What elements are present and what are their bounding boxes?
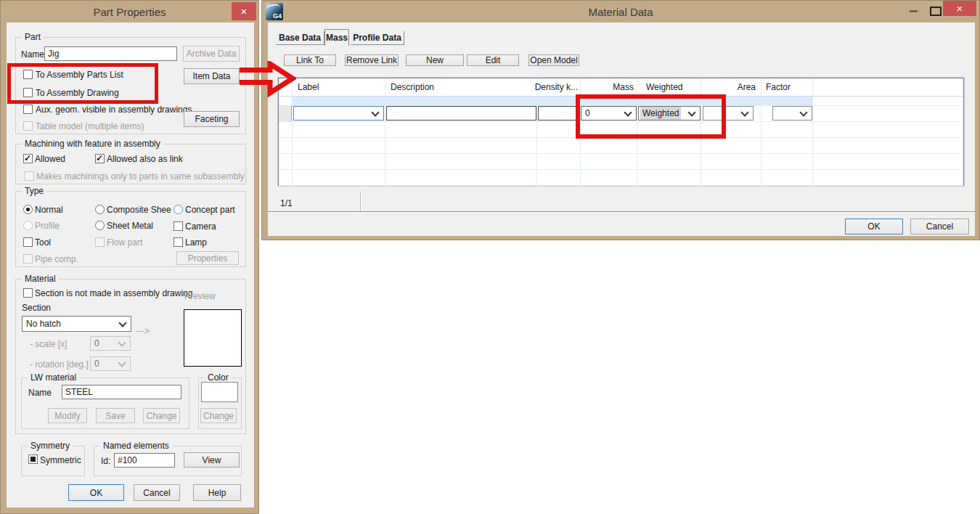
view-button[interactable]: View <box>184 452 240 468</box>
app-icon: G4 <box>266 3 283 20</box>
cancel-button[interactable]: Cancel <box>134 484 180 501</box>
edit-button[interactable]: Edit <box>467 54 519 66</box>
screen: Part Properties × Part Name Jig Archive … <box>0 0 980 514</box>
archive-data-button[interactable]: Archive Data <box>183 46 240 62</box>
section-hatch-value: No hatch <box>26 319 61 329</box>
column-header-description[interactable]: Description <box>385 78 536 96</box>
cancel-button[interactable]: Cancel <box>910 219 969 234</box>
close-button[interactable]: × <box>943 1 976 16</box>
status-separator-line <box>268 211 975 213</box>
open-model-button[interactable]: Open Model <box>528 54 579 66</box>
column-header-label[interactable]: Label <box>292 78 385 96</box>
lw-name-value: STEEL <box>65 387 93 397</box>
concept-part-label: Concept part <box>185 205 235 215</box>
column-header-area[interactable]: Area <box>701 78 761 96</box>
radio-sheet-metal[interactable] <box>95 221 105 230</box>
checkbox-symmetric[interactable] <box>28 454 38 464</box>
color-change-button[interactable]: Change <box>200 408 237 423</box>
checkbox-section-not-made[interactable] <box>23 288 33 298</box>
lw-change-button[interactable]: Change <box>143 408 180 423</box>
radio-composite-sheet[interactable] <box>95 205 105 214</box>
id-value: #100 <box>118 455 137 465</box>
column-header-mass[interactable]: Mass <box>580 78 637 96</box>
factor-combo[interactable] <box>772 106 812 121</box>
density-input[interactable] <box>538 106 579 121</box>
maximize-icon <box>930 7 942 16</box>
named-elements-group-label: Named elements <box>100 441 172 451</box>
pipe-comp-label: Pipe comp. <box>35 254 78 264</box>
type-group-label: Type <box>22 186 46 196</box>
material-data-titlebar[interactable]: Material Data <box>262 1 979 23</box>
checkbox-allowed[interactable] <box>23 154 33 163</box>
part-properties-titlebar[interactable]: Part Properties <box>1 1 258 23</box>
save-button[interactable]: Save <box>96 408 135 423</box>
table-model-label: Table model (multiple items) <box>36 121 144 131</box>
color-swatch[interactable] <box>201 382 238 402</box>
allowed-label: Allowed <box>35 154 65 164</box>
name-label: Name <box>21 49 44 60</box>
material-data-title: Material Data <box>588 6 653 18</box>
chevron-down-icon <box>799 108 807 116</box>
aux-geom-label: Aux. geom. visible in assembly drawings <box>36 105 192 115</box>
checkbox-lamp[interactable] <box>173 237 183 247</box>
column-header-density[interactable]: Density k... <box>536 78 580 96</box>
rotation-label: - rotation [deg.] <box>30 359 89 370</box>
chevron-down-icon <box>118 359 126 367</box>
part-name-value: Jig <box>48 49 59 59</box>
selected-row[interactable] <box>292 97 812 105</box>
radio-normal[interactable] <box>23 205 33 214</box>
label-combo[interactable] <box>293 106 384 121</box>
annotation-box-checkboxes <box>7 63 158 104</box>
part-name-input[interactable]: Jig <box>44 46 177 61</box>
column-header-factor[interactable]: Factor <box>761 78 812 96</box>
ok-button[interactable]: OK <box>68 484 124 501</box>
id-input[interactable]: #100 <box>114 453 175 468</box>
part-properties-title: Part Properties <box>93 6 166 18</box>
lw-name-input[interactable]: STEEL <box>62 385 181 399</box>
checkbox-aux-geom[interactable] <box>23 105 33 114</box>
remove-link-button[interactable]: Remove Link <box>345 54 399 66</box>
section-not-made-label: Section is not made in assembly drawing <box>35 288 192 298</box>
tool-label: Tool <box>35 237 51 248</box>
chevron-down-icon <box>118 338 126 346</box>
item-data-button[interactable]: Item Data <box>184 68 240 84</box>
checkbox-tool[interactable] <box>23 237 33 247</box>
faceting-button[interactable]: Faceting <box>184 111 240 127</box>
modify-button[interactable]: Modify <box>48 408 87 423</box>
maximize-button[interactable] <box>926 4 944 18</box>
profile-label: Profile <box>35 221 60 231</box>
help-button[interactable]: Help <box>193 484 241 501</box>
close-button[interactable]: × <box>232 2 256 20</box>
symmetric-label: Symmetric <box>40 455 81 465</box>
lw-material-group-label: LW material <box>28 372 79 383</box>
radio-concept-part[interactable] <box>173 205 183 214</box>
checkbox-same-subassembly <box>25 171 34 181</box>
description-input[interactable] <box>386 106 536 121</box>
tab-mass[interactable]: Mass <box>324 29 349 46</box>
lw-name-label: Name <box>28 388 52 398</box>
lamp-label: Lamp <box>185 237 207 248</box>
column-header-weighted[interactable]: Weighted <box>637 78 701 96</box>
radio-profile <box>23 221 33 230</box>
composite-sheet-label: Composite Shee <box>107 205 171 215</box>
tab-base-data[interactable]: Base Data <box>276 31 324 45</box>
edit-row-header-cell <box>279 105 292 121</box>
annotation-arrow <box>240 61 296 97</box>
minimize-button[interactable] <box>904 4 923 18</box>
minimize-icon <box>910 10 918 12</box>
scale-label: - scale [x] <box>30 339 67 349</box>
close-icon: × <box>241 5 248 17</box>
color-group-label: Color <box>205 372 232 383</box>
section-hatch-select[interactable]: No hatch <box>22 316 131 332</box>
machining-group-label: Machining with feature in assembly <box>22 139 163 149</box>
tab-profile-data[interactable]: Profile Data <box>351 31 404 45</box>
flow-part-label: Flow part <box>107 237 142 248</box>
checkbox-camera[interactable] <box>173 221 183 231</box>
normal-label: Normal <box>35 205 63 215</box>
checkbox-pipe-comp <box>23 254 33 264</box>
app-icon-text: G4 <box>273 12 282 20</box>
ok-button[interactable]: OK <box>845 219 903 234</box>
checkbox-allowed-as-link[interactable] <box>95 154 105 163</box>
new-button[interactable]: New <box>406 54 464 66</box>
properties-button[interactable]: Properties <box>176 251 239 265</box>
